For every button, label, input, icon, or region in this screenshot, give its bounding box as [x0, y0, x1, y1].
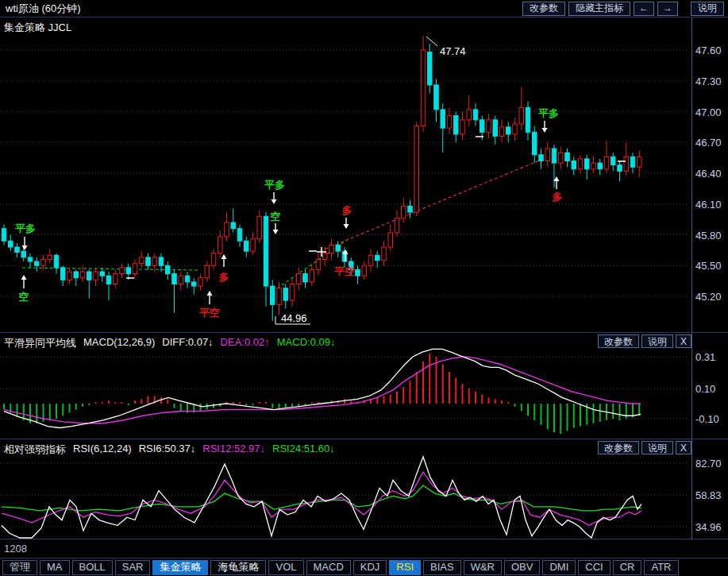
tab-cci[interactable]: CCI — [578, 560, 610, 575]
dea-value: DEA:0.02↑ — [221, 336, 270, 350]
rsi24-value: RSI24:51.60↓ — [272, 443, 335, 457]
tab-macd[interactable]: MACD — [306, 560, 351, 575]
indicator-tabbar: 管理 MA BOLL SAR 集金策略 海龟策略 VOL MACD KDJ RS… — [0, 558, 728, 576]
svg-text:47.74: 47.74 — [440, 45, 466, 57]
svg-text:空: 空 — [271, 211, 281, 222]
tab-ma[interactable]: MA — [40, 560, 70, 575]
svg-text:47.00: 47.00 — [695, 106, 722, 118]
macd-edit-params-button[interactable]: 改参数 — [598, 334, 639, 348]
svg-text:0.10: 0.10 — [695, 383, 715, 395]
symbol-title: wti原油 (60分钟) — [4, 2, 81, 16]
svg-text:47.60: 47.60 — [695, 44, 722, 56]
svg-text:多: 多 — [553, 191, 563, 203]
svg-text:多: 多 — [219, 271, 229, 283]
tab-cr[interactable]: CR — [613, 560, 642, 575]
status-bar: 1208 — [0, 539, 728, 558]
svg-text:平多: 平多 — [264, 179, 285, 191]
rsi-close-button[interactable]: X — [676, 441, 691, 454]
svg-text:多: 多 — [342, 204, 352, 216]
rsi-edit-params-button[interactable]: 改参数 — [598, 441, 639, 454]
macd-value: MACD:0.09↓ — [277, 336, 336, 350]
edit-params-button[interactable]: 改参数 — [522, 2, 565, 16]
tab-kdj[interactable]: KDJ — [353, 560, 387, 575]
tab-jijin-strategy[interactable]: 集金策略 — [152, 560, 208, 575]
macd-indicator-name: 平滑异同平均线 — [4, 336, 76, 350]
macd-panel-buttons: 改参数 说明 X — [598, 334, 691, 348]
tab-manage[interactable]: 管理 — [2, 560, 37, 575]
right-arrow-button[interactable]: → — [657, 2, 678, 16]
tab-wr[interactable]: W&R — [464, 560, 502, 575]
macd-panel: 0.310.10-0.10 平滑异同平均线 MACD(12,26,9) DIFF… — [0, 332, 728, 439]
svg-text:82.70: 82.70 — [695, 458, 722, 470]
svg-text:34.96: 34.96 — [695, 521, 722, 533]
tab-haigui-strategy[interactable]: 海龟策略 — [210, 560, 266, 575]
svg-text:46.40: 46.40 — [695, 168, 722, 180]
svg-text:0.31: 0.31 — [695, 351, 715, 363]
tab-rsi[interactable]: RSI — [389, 560, 421, 575]
svg-text:平多: 平多 — [15, 222, 36, 234]
titlebar-buttons: 改参数 隐藏主指标 ← → 说明 — [522, 2, 724, 16]
tab-boll[interactable]: BOLL — [72, 560, 113, 575]
tab-obv[interactable]: OBV — [504, 560, 540, 575]
svg-text:46.10: 46.10 — [695, 199, 722, 211]
svg-text:46.70: 46.70 — [695, 137, 722, 149]
macd-help-button[interactable]: 说明 — [641, 334, 673, 348]
rsi-indicator-name: 相对强弱指标 — [4, 443, 66, 457]
tab-atr[interactable]: ATR — [644, 560, 678, 575]
rsi-header: 相对强弱指标 RSI(6,12,24) RSI6:50.37↓ RSI12:52… — [4, 443, 335, 457]
main-candlestick-chart[interactable]: 47.6047.3047.0046.7046.4046.1045.8045.50… — [0, 17, 728, 332]
svg-text:空: 空 — [19, 291, 29, 303]
tab-dmi[interactable]: DMI — [542, 560, 576, 575]
svg-text:47.30: 47.30 — [695, 75, 722, 87]
main-chart-panel: 47.6047.3047.0046.7046.4046.1045.8045.50… — [0, 17, 728, 332]
svg-text:45.80: 45.80 — [695, 230, 722, 242]
help-button[interactable]: 说明 — [691, 2, 724, 16]
diff-value: DIFF:0.07↓ — [162, 336, 213, 350]
left-arrow-button[interactable]: ← — [634, 2, 654, 16]
rsi6-value: RSI6:50.37↓ — [139, 443, 196, 457]
svg-text:45.20: 45.20 — [695, 291, 722, 303]
tab-bias[interactable]: BIAS — [423, 560, 461, 575]
strategy-label: 集金策略 JJCL — [4, 21, 71, 35]
svg-text:平空: 平空 — [334, 265, 355, 277]
svg-text:平空: 平空 — [199, 307, 220, 319]
macd-params: MACD(12,26,9) — [83, 336, 155, 350]
tab-sar[interactable]: SAR — [115, 560, 151, 575]
hide-main-indicator-button[interactable]: 隐藏主指标 — [568, 2, 630, 16]
rsi-params: RSI(6,12,24) — [73, 443, 132, 457]
tab-vol[interactable]: VOL — [268, 560, 303, 575]
svg-text:-0.10: -0.10 — [695, 413, 719, 425]
rsi-help-button[interactable]: 说明 — [641, 441, 673, 454]
macd-header: 平滑异同平均线 MACD(12,26,9) DIFF:0.07↓ DEA:0.0… — [4, 336, 335, 350]
bar-count: 1208 — [4, 543, 27, 555]
rsi12-value: RSI12:52.97↓ — [202, 443, 265, 457]
rsi-panel: 82.7058.8334.96 相对强弱指标 RSI(6,12,24) RSI6… — [0, 439, 728, 539]
rsi-panel-buttons: 改参数 说明 X — [598, 441, 691, 454]
titlebar: wti原油 (60分钟) 改参数 隐藏主指标 ← → 说明 — [0, 0, 728, 17]
svg-text:平多: 平多 — [538, 107, 559, 119]
svg-text:45.50: 45.50 — [695, 260, 722, 272]
svg-text:44.96: 44.96 — [281, 312, 307, 324]
macd-close-button[interactable]: X — [676, 334, 691, 348]
svg-text:58.83: 58.83 — [695, 489, 722, 501]
app-window: wti原油 (60分钟) 改参数 隐藏主指标 ← → 说明 47.6047.30… — [0, 0, 728, 576]
